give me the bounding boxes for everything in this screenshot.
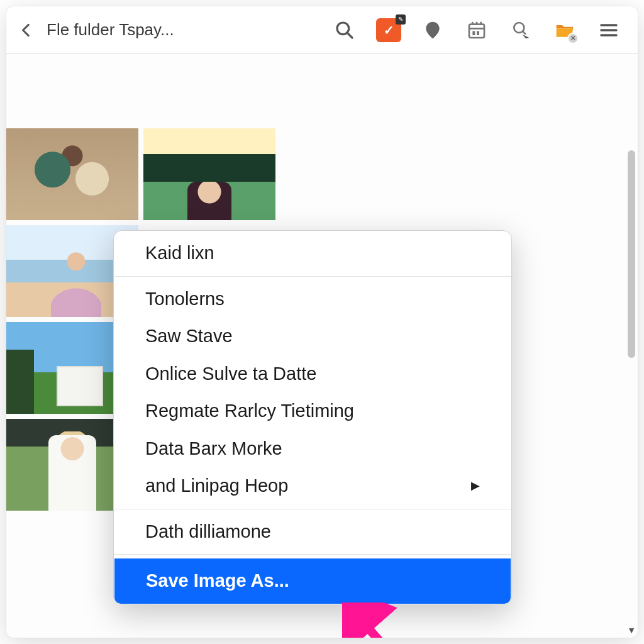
search-button[interactable] — [331, 16, 358, 44]
thumbnail[interactable] — [6, 128, 138, 220]
menu-item[interactable]: Onlice Sulve ta Datte — [114, 355, 511, 393]
scroll-down-icon[interactable]: ▼ — [627, 625, 636, 635]
search-icon — [335, 20, 355, 40]
edit-badge-icon: ✎ — [396, 14, 406, 25]
scrollbar[interactable]: ▼ — [626, 54, 636, 638]
app-window: Fle fulder Tspay... ✓ ✎ — [6, 6, 638, 638]
svg-line-1 — [347, 33, 352, 38]
svg-line-14 — [353, 611, 418, 638]
menu-item-submenu[interactable]: and Linipag Heop — [114, 467, 511, 505]
calendar-button[interactable] — [463, 16, 491, 44]
menu-item[interactable]: Dath dilliamone — [114, 513, 511, 551]
folder-badge-icon: ✕ — [567, 33, 579, 44]
menu-item[interactable]: Saw Stave — [114, 318, 511, 355]
tasks-button[interactable]: ✓ ✎ — [375, 16, 402, 44]
annotation-arrow-icon — [342, 602, 430, 638]
svg-rect-8 — [477, 31, 479, 35]
menu-item[interactable]: Tonolerns — [114, 280, 511, 318]
menu-button[interactable] — [595, 16, 623, 44]
menu-separator — [114, 554, 511, 555]
page-title: Fle fulder Tspay... — [47, 20, 174, 40]
svg-rect-7 — [472, 31, 475, 35]
zoom-cursor-icon — [511, 20, 531, 40]
menu-separator — [114, 509, 511, 509]
folder-button[interactable]: ✕ — [551, 16, 579, 44]
menu-separator — [114, 276, 511, 277]
context-menu: Kaid lixn Tonolerns Saw Stave Onlice Sul… — [113, 230, 512, 605]
thumbnail[interactable] — [143, 128, 275, 220]
back-button[interactable] — [18, 21, 35, 39]
calendar-icon — [467, 20, 487, 40]
svg-line-10 — [523, 31, 526, 34]
menu-item-save-image-as[interactable]: Save Image As... — [114, 558, 511, 604]
location-button[interactable] — [419, 16, 447, 44]
header-bar: Fle fulder Tspay... ✓ ✎ — [6, 6, 638, 54]
menu-item[interactable]: Data Barx Morke — [114, 430, 511, 468]
chevron-left-icon — [18, 22, 35, 38]
content-area: Kaid lixn Tonolerns Saw Stave Onlice Sul… — [6, 54, 638, 638]
zoom-button[interactable] — [507, 16, 535, 44]
menu-item[interactable]: Regmate Rarlcy Tietiming — [114, 392, 511, 430]
location-pin-icon — [423, 20, 443, 40]
menu-item[interactable]: Kaid lixn — [114, 235, 511, 272]
scrollbar-thumb[interactable] — [628, 150, 635, 358]
hamburger-menu-icon — [599, 20, 619, 40]
orange-check-icon: ✓ ✎ — [376, 18, 401, 42]
